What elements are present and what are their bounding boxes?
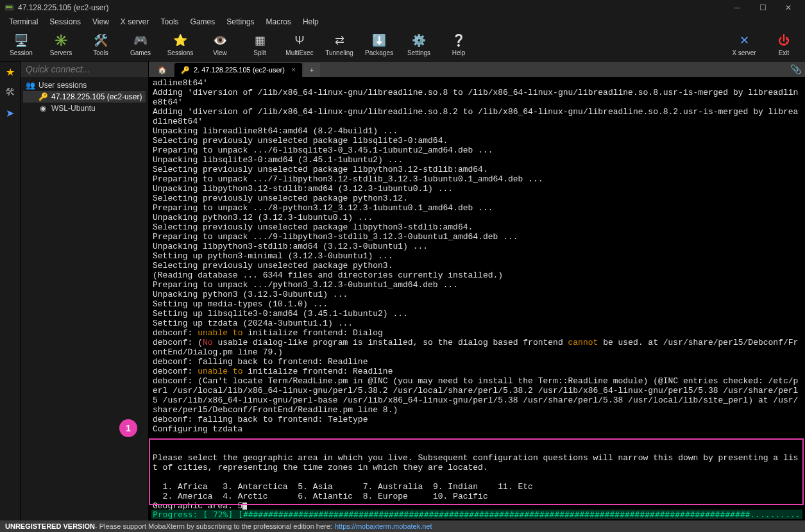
help-icon: ❔: [451, 33, 466, 48]
session-icon: 🔑: [38, 92, 47, 101]
main-area: ★ 🛠 ➤ 👥 User sessions 🔑47.128.225.105 (e…: [0, 62, 805, 520]
toolbar-games[interactable]: 🎮Games: [124, 33, 157, 56]
toolbar-exit[interactable]: ⏻Exit: [768, 33, 800, 56]
toolbar-sessions[interactable]: ⭐Sessions: [164, 33, 196, 56]
toolbar-multiexec[interactable]: ΨMultiExec: [284, 33, 316, 56]
tab-label: 2. 47.128.225.105 (ec2-user): [194, 66, 285, 74]
session-icon: ◉: [38, 104, 47, 113]
menu-games[interactable]: Games: [185, 16, 221, 28]
packages-icon: ⬇️: [371, 33, 387, 48]
exit-icon: ⏻: [776, 33, 792, 48]
split-icon: ▦: [252, 33, 267, 48]
view-icon: 👁️: [212, 33, 228, 48]
app-icon: 📟: [4, 3, 14, 13]
statusbar: UNREGISTERED VERSION - Please support Mo…: [0, 520, 805, 532]
session-label: WSL-Ubuntu: [51, 104, 96, 113]
terminal-output[interactable]: adline8t64' Adding 'diversion of /lib/x8…: [149, 77, 805, 520]
settings-icon: ⚙️: [411, 33, 427, 48]
status-text: - Please support MobaXterm by subscribin…: [95, 522, 332, 530]
progress-bar: Progress: [ 72%] [######################…: [151, 510, 802, 519]
multiexec-icon: Ψ: [292, 33, 307, 48]
key-icon: 🔑: [181, 66, 190, 74]
maximize-button[interactable]: ☐: [750, 0, 775, 15]
plus-icon: +: [310, 66, 314, 74]
sidebar: 👥 User sessions 🔑47.128.225.105 (ec2-use…: [21, 62, 149, 520]
menu-sessions[interactable]: Sessions: [44, 16, 86, 28]
session-label: 47.128.225.105 (ec2-user): [51, 92, 142, 101]
status-link[interactable]: https://mobaxterm.mobatek.net: [335, 522, 432, 530]
menu-tools[interactable]: Tools: [156, 16, 184, 28]
pin-icon[interactable]: 📎: [790, 64, 801, 74]
session-tree: 👥 User sessions 🔑47.128.225.105 (ec2-use…: [21, 77, 148, 117]
toolbar-servers[interactable]: ✳️Servers: [45, 33, 77, 56]
menu-terminal[interactable]: Terminal: [4, 16, 43, 28]
window-titlebar: 📟 47.128.225.105 (ec2-user) ─ ☐ ✕: [0, 0, 805, 15]
menu-view[interactable]: View: [87, 16, 114, 28]
sidebar-session-0[interactable]: 🔑47.128.225.105 (ec2-user): [23, 91, 146, 103]
menu-settings[interactable]: Settings: [221, 16, 259, 28]
sidebar-session-1[interactable]: ◉WSL-Ubuntu: [23, 103, 146, 114]
minimize-button[interactable]: ─: [724, 0, 750, 15]
window-title: 47.128.225.105 (ec2-user): [18, 3, 724, 12]
games-icon: 🎮: [133, 33, 148, 48]
toolbar-x-server[interactable]: ✕X server: [728, 33, 760, 56]
home-tab[interactable]: 🏠: [151, 63, 173, 77]
toolbar-tunneling[interactable]: ⇄Tunneling: [323, 33, 355, 56]
home-icon: 🏠: [158, 66, 167, 74]
toolbar-split[interactable]: ▦Split: [244, 33, 276, 56]
active-session-tab[interactable]: 🔑 2. 47.128.225.105 (ec2-user) ×: [174, 63, 302, 77]
toolbar-packages[interactable]: ⬇️Packages: [363, 33, 395, 56]
toolbar-view[interactable]: 👁️View: [204, 33, 236, 56]
tunneling-icon: ⇄: [332, 33, 347, 48]
tools-icon: 🛠️: [93, 33, 108, 48]
x-server-icon: ✕: [736, 33, 752, 48]
menu-macros[interactable]: Macros: [261, 16, 296, 28]
menubar: TerminalSessionsViewX serverToolsGamesSe…: [0, 15, 805, 28]
toolbar-settings[interactable]: ⚙️Settings: [403, 33, 435, 56]
annotation-highlight-1: [149, 438, 804, 505]
tabbar: 🏠 🔑 2. 47.128.225.105 (ec2-user) × + 📎: [149, 62, 805, 77]
menu-x-server[interactable]: X server: [115, 16, 155, 28]
sidebar-root-label: User sessions: [38, 81, 87, 90]
close-button[interactable]: ✕: [775, 0, 801, 15]
menu-help[interactable]: Help: [298, 16, 324, 28]
toolbar-tools[interactable]: 🛠️Tools: [85, 33, 117, 56]
toolbar-help[interactable]: ❔Help: [443, 33, 475, 56]
close-tab-icon[interactable]: ×: [291, 65, 296, 74]
send-icon[interactable]: ➤: [3, 105, 18, 121]
folder-icon: 👥: [26, 81, 35, 90]
session-icon: 🖥️: [13, 33, 29, 48]
sessions-icon: ⭐: [173, 33, 188, 48]
tools-sidebar-icon[interactable]: 🛠: [3, 85, 18, 100]
left-iconbar: ★ 🛠 ➤: [0, 62, 21, 520]
servers-icon: ✳️: [53, 33, 69, 48]
main-toolbar: 🖥️Session✳️Servers🛠️Tools🎮Games⭐Sessions…: [0, 28, 805, 62]
annotation-badge-1: 1: [119, 419, 137, 437]
toolbar-session[interactable]: 🖥️Session: [5, 33, 37, 56]
status-unregistered: UNREGISTERED VERSION: [5, 522, 95, 530]
favorites-icon[interactable]: ★: [3, 64, 18, 79]
sidebar-root-user-sessions[interactable]: 👥 User sessions: [23, 79, 146, 91]
quick-connect-input[interactable]: [21, 62, 148, 77]
window-controls: ─ ☐ ✕: [724, 0, 801, 15]
content-area: 🏠 🔑 2. 47.128.225.105 (ec2-user) × + 📎 a…: [149, 62, 805, 520]
new-tab-button[interactable]: +: [303, 63, 320, 77]
